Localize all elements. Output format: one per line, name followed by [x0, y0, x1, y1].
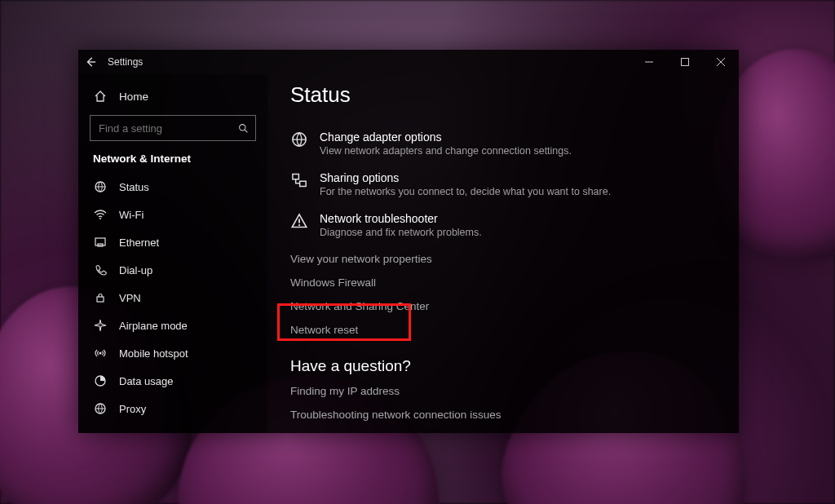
help-link-driver[interactable]: Updating network adapter or driver [290, 432, 716, 433]
sidebar-item-label: Proxy [119, 403, 146, 415]
help-link-ip[interactable]: Finding my IP address [290, 385, 716, 397]
option-label: Network troubleshooter [320, 212, 482, 225]
sidebar-item-wifi[interactable]: Wi-Fi [78, 201, 267, 228]
search-box[interactable] [90, 115, 256, 141]
dialup-icon [93, 263, 108, 277]
search-icon [238, 123, 249, 134]
option-sharing[interactable]: Sharing options For the networks you con… [290, 171, 716, 197]
sidebar-item-label: Ethernet [119, 237, 159, 249]
sidebar-item-dialup[interactable]: Dial-up [78, 256, 267, 284]
back-button[interactable] [78, 50, 103, 74]
sidebar-item-hotspot[interactable]: Mobile hotspot [78, 339, 267, 367]
svg-rect-11 [293, 175, 299, 179]
question-heading: Have a question? [290, 357, 716, 375]
sidebar-item-proxy[interactable]: Proxy [78, 395, 267, 422]
link-view-properties[interactable]: View your network properties [290, 253, 716, 265]
content-pane: Status Change adapter options View netwo… [267, 74, 739, 433]
minimize-icon [645, 58, 653, 66]
close-icon [717, 58, 725, 66]
window-title: Settings [108, 56, 143, 68]
sidebar-item-label: VPN [119, 292, 141, 304]
data-usage-icon [93, 374, 108, 388]
option-change-adapter[interactable]: Change adapter options View network adap… [290, 130, 716, 157]
help-link-troubleshoot[interactable]: Troubleshooting network connection issue… [290, 409, 716, 421]
svg-point-3 [99, 218, 101, 219]
option-troubleshooter[interactable]: Network troubleshooter Diagnose and fix … [290, 212, 716, 238]
proxy-icon [93, 401, 108, 416]
sidebar-item-label: Mobile hotspot [119, 347, 188, 360]
arrow-left-icon [85, 56, 96, 68]
hotspot-icon [93, 346, 108, 360]
option-desc: For the networks you connect to, decide … [320, 186, 611, 197]
vpn-icon [93, 290, 108, 305]
sidebar-item-label: Wi-Fi [119, 209, 144, 221]
option-desc: Diagnose and fix network problems. [320, 227, 482, 238]
svg-point-13 [298, 224, 300, 226]
globe-icon [290, 130, 308, 148]
sidebar-home-label: Home [119, 91, 148, 103]
status-icon [93, 179, 108, 194]
sidebar: Home Network & Internet Status Wi-Fi [78, 74, 267, 433]
sidebar-item-vpn[interactable]: VPN [78, 284, 267, 312]
link-windows-firewall[interactable]: Windows Firewall [290, 276, 716, 289]
maximize-icon [681, 58, 689, 66]
sidebar-home[interactable]: Home [78, 82, 267, 110]
close-button[interactable] [703, 50, 739, 74]
maximize-button[interactable] [667, 50, 703, 74]
link-network-sharing-center[interactable]: Network and Sharing Center [290, 300, 716, 312]
svg-point-7 [99, 352, 102, 355]
option-label: Sharing options [320, 171, 611, 184]
sidebar-item-airplane[interactable]: Airplane mode [78, 312, 267, 339]
titlebar: Settings [78, 50, 739, 74]
svg-rect-0 [682, 59, 689, 66]
option-desc: View network adapters and change connect… [320, 145, 572, 157]
sidebar-item-datausage[interactable]: Data usage [78, 367, 267, 395]
page-title: Status [290, 82, 716, 108]
ethernet-icon [93, 235, 108, 250]
sidebar-item-ethernet[interactable]: Ethernet [78, 228, 267, 256]
svg-rect-12 [300, 181, 307, 186]
sidebar-heading: Network & Internet [78, 149, 267, 173]
home-icon [93, 89, 108, 104]
sidebar-item-label: Airplane mode [119, 320, 188, 332]
airplane-icon [93, 318, 108, 333]
link-network-reset[interactable]: Network reset [290, 324, 716, 336]
sidebar-item-label: Data usage [119, 375, 174, 387]
sidebar-item-label: Dial-up [119, 264, 152, 276]
svg-rect-6 [97, 297, 104, 302]
settings-window: Settings Home [78, 50, 739, 433]
sidebar-item-label: Status [119, 181, 149, 193]
option-label: Change adapter options [320, 130, 572, 144]
sidebar-item-status[interactable]: Status [78, 173, 267, 201]
wifi-icon [93, 207, 108, 222]
svg-point-1 [240, 124, 245, 130]
minimize-button[interactable] [631, 50, 667, 74]
search-input[interactable] [97, 122, 238, 135]
sharing-icon [290, 171, 308, 189]
warning-icon [290, 212, 308, 230]
svg-rect-4 [95, 238, 105, 245]
